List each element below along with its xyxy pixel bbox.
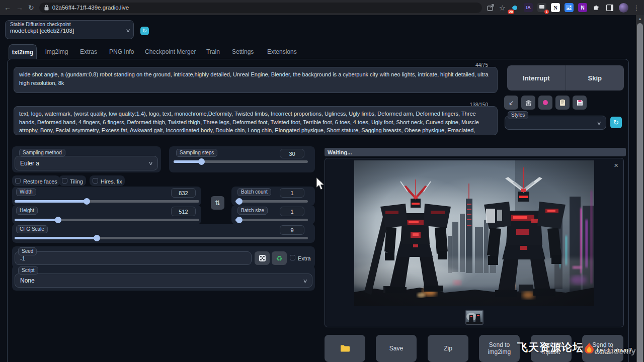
seed-extra-checkbox[interactable] — [290, 255, 295, 260]
share-icon[interactable] — [487, 4, 495, 11]
width-input[interactable]: 832 — [171, 188, 196, 198]
sampling-method-dropdown[interactable]: Euler a ∨ — [15, 156, 158, 170]
open-folder-button[interactable] — [325, 335, 365, 362]
paste-params-button[interactable]: ↙ — [504, 96, 518, 110]
extension-notion-icon[interactable]: N — [551, 3, 560, 12]
send-to-img2img-button[interactable]: Send to img2img — [479, 335, 520, 362]
sampling-method-value: Euler a — [20, 160, 39, 167]
tab-extras[interactable]: Extras — [80, 48, 97, 55]
swap-icon: ⇅ — [215, 199, 220, 207]
extension-ia-icon[interactable]: IA — [524, 3, 533, 12]
sampling-steps-label: Sampling steps — [176, 149, 217, 157]
tab-settings[interactable]: Settings — [232, 48, 254, 55]
batch-count-input[interactable]: 1 — [280, 188, 304, 198]
extensions-puzzle-icon[interactable] — [592, 3, 601, 12]
refresh-icon: ↻ — [613, 119, 619, 126]
seed-input[interactable]: -1 — [15, 251, 252, 265]
hires-fix-checkbox[interactable] — [93, 178, 98, 184]
clear-prompt-button[interactable] — [521, 96, 535, 110]
back-icon[interactable]: ← — [4, 4, 11, 11]
extension-onenote-icon[interactable]: N — [578, 3, 587, 12]
menu-dots-icon[interactable]: ⋮ — [633, 5, 639, 11]
page-scrollbar[interactable]: ▲ — [636, 15, 644, 362]
extra-networks-button[interactable] — [538, 96, 552, 110]
reuse-seed-button[interactable]: ♻ — [272, 251, 287, 265]
apply-style-button[interactable] — [555, 96, 570, 110]
tab-train[interactable]: Train — [206, 48, 220, 55]
scrollbar-thumb[interactable] — [637, 23, 643, 362]
height-label: Height — [16, 207, 38, 215]
zip-button[interactable]: Zip — [428, 335, 468, 362]
send-to-extras-button[interactable]: Send to extras — [582, 335, 623, 362]
restore-faces-checkbox[interactable] — [15, 178, 21, 184]
url-text: 02a56ff4-71ff-439e.gradio.live — [52, 5, 129, 11]
random-seed-button[interactable] — [255, 251, 270, 265]
styles-refresh-button[interactable]: ↻ — [610, 117, 622, 128]
slider-handle[interactable] — [236, 198, 243, 205]
reload-icon[interactable]: ↻ — [28, 4, 34, 11]
forward-icon[interactable]: → — [16, 4, 23, 11]
negative-prompt-input[interactable]: text, logo, watermark, (worst quality, l… — [14, 106, 498, 135]
script-dropdown[interactable]: None ∨ — [15, 274, 312, 288]
paste-arrow-icon: ↙ — [509, 99, 514, 106]
checkpoint-dropdown[interactable]: model.ckpt [cc6cb27103] ∨ — [10, 28, 130, 34]
prompt-input[interactable]: wide shot angle, a (gundam:0.8) robot st… — [14, 67, 498, 93]
extension-camera-icon[interactable]: 1 — [537, 3, 546, 12]
seed-label: Seed — [18, 247, 37, 255]
checkpoint-refresh-button[interactable]: ↻ — [140, 27, 149, 35]
height-slider[interactable] — [15, 219, 199, 221]
extension-photos-icon[interactable] — [565, 3, 574, 12]
extension-badge: 1 — [544, 10, 549, 14]
save-button[interactable]: Save — [376, 335, 417, 362]
scroll-up-icon[interactable]: ▲ — [638, 17, 642, 21]
output-gallery: × — [325, 158, 624, 327]
cfg-scale-slider[interactable] — [15, 237, 308, 239]
batch-count-slider[interactable] — [235, 200, 308, 203]
side-panel-icon[interactable] — [605, 3, 614, 12]
close-icon[interactable]: × — [614, 161, 618, 169]
checkpoint-value: model.ckpt [cc6cb27103] — [10, 28, 74, 34]
bookmark-star-icon[interactable]: ☆ — [499, 4, 506, 12]
sampling-steps-slider[interactable] — [174, 160, 308, 163]
chevron-down-icon: ∨ — [148, 160, 153, 166]
slider-handle[interactable] — [55, 217, 61, 223]
swap-dimensions-button[interactable]: ⇅ — [211, 196, 224, 210]
batch-count-label: Batch count — [237, 188, 271, 196]
tab-png-info[interactable]: PNG Info — [109, 48, 134, 55]
slider-handle[interactable] — [236, 217, 243, 223]
send-to-inpaint-button[interactable]: Send to inpaint — [531, 335, 572, 362]
slider-handle[interactable] — [198, 158, 205, 165]
cfg-scale-block — [12, 224, 315, 243]
save-style-button[interactable] — [573, 96, 587, 110]
lock-icon — [44, 5, 49, 11]
sampling-steps-input[interactable]: 30 — [280, 149, 304, 158]
tab-extensions[interactable]: Extensions — [267, 48, 297, 55]
tab-txt2img[interactable]: txt2img — [9, 44, 37, 59]
interrupt-button[interactable]: Interrupt — [507, 65, 566, 90]
tab-img2img[interactable]: img2img — [45, 48, 68, 55]
progress-bar: Waiting... — [325, 148, 626, 156]
folder-icon — [340, 344, 350, 352]
clipboard-icon — [559, 99, 566, 106]
profile-avatar[interactable] — [619, 3, 628, 13]
tiling-label: Tiling — [70, 178, 83, 185]
address-bar[interactable]: 02a56ff4-71ff-439e.gradio.live — [39, 3, 482, 13]
extension-raindrop-icon[interactable]: 20 — [510, 3, 519, 12]
batch-size-input[interactable]: 1 — [280, 207, 304, 216]
dice-icon — [259, 255, 266, 261]
width-label: Width — [16, 188, 36, 196]
generated-image[interactable] — [354, 160, 594, 306]
gallery-thumbnail[interactable] — [465, 310, 484, 325]
tiling-checkbox[interactable] — [62, 178, 67, 184]
skip-button[interactable]: Skip — [566, 65, 624, 90]
cfg-scale-input[interactable]: 9 — [280, 225, 304, 235]
width-slider[interactable] — [15, 200, 199, 203]
batch-size-slider[interactable] — [235, 219, 308, 221]
trash-icon — [525, 100, 532, 106]
slider-handle[interactable] — [94, 235, 100, 241]
progress-status: Waiting... — [328, 149, 352, 155]
tab-checkpoint-merger[interactable]: Checkpoint Merger — [145, 48, 196, 55]
slider-handle[interactable] — [84, 198, 90, 205]
height-input[interactable]: 512 — [171, 207, 196, 216]
hires-fix-label: Hires. fix — [101, 178, 122, 185]
